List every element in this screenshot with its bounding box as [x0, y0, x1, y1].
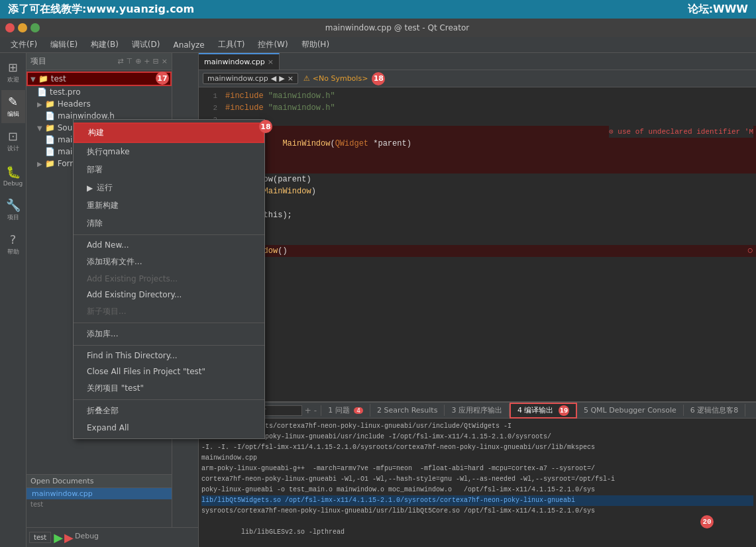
context-menu: 构建 18 执行qmake 部署 ▶ 运行 重新构建 清除 Add New...… — [73, 119, 265, 439]
menu-build[interactable]: 构建(B) — [85, 38, 124, 52]
editor-area[interactable]: 1 #include "mainwindow.h" 2 #include "ma… — [199, 87, 756, 401]
toolbar-nav-left[interactable]: ◀ — [271, 74, 276, 83]
output-line-5: arm-poky-linux-gnueabi-g++ -march=armv7v… — [201, 464, 753, 474]
code-line-9: 9 — [199, 221, 756, 233]
bottom-tab-appout[interactable]: 3 应用程序输出 — [445, 404, 510, 417]
sync-icon[interactable]: ⇄ — [117, 57, 123, 66]
menu-bar: 文件(F) 编辑(E) 构建(B) 调试(D) Analyze 工具(T) 控件… — [0, 37, 756, 53]
ctx-close-all[interactable]: Close All Files in Project "test" — [74, 364, 264, 379]
menu-file[interactable]: 文件(F) — [5, 38, 42, 52]
minimize-button[interactable] — [18, 23, 27, 32]
ctx-close-project[interactable]: 关闭项目 "test" — [74, 379, 264, 397]
stop-button[interactable]: ▶ — [64, 530, 74, 544]
warning-icon: ⚠ — [303, 74, 310, 83]
toolbar-nav-right[interactable]: ▶ — [279, 74, 284, 83]
ctx-sep-1 — [74, 234, 264, 235]
ctx-add-existing-projects: Add Existing Projects... — [74, 271, 264, 287]
bottom-tab-buildout[interactable]: 4 编译输出 19 — [510, 403, 577, 419]
ctx-sep-3 — [74, 345, 264, 346]
filter-icon[interactable]: ⊤ — [127, 57, 133, 66]
debug-controls: test ▶ ▶ Debug — [27, 527, 198, 547]
code-line-2: 2 #include "mainwindow.h" — [199, 102, 756, 114]
ctx-add-library[interactable]: 添加库... — [74, 325, 264, 343]
close-button[interactable] — [5, 23, 15, 32]
code-content: 1 #include "mainwindow.h" 2 #include "ma… — [199, 87, 756, 401]
sidebar-item-welcome[interactable]: ⊞ 欢迎 — [1, 56, 25, 89]
no-symbols-badge: ⚠ <No Symbols> — [303, 74, 368, 83]
run-controls: ▶ ▶ Debug — [54, 530, 99, 544]
ctx-find-in-dir[interactable]: Find in This Directory... — [74, 348, 264, 364]
split-icon[interactable]: ⊟ — [153, 57, 159, 66]
banner-left: 添了可在线教学:www.yuanzig.com — [8, 3, 194, 17]
folder-icon: 📁 — [38, 74, 48, 83]
ctx-expand[interactable]: Expand All — [74, 420, 264, 436]
menu-help[interactable]: 帮助(H) — [296, 38, 335, 52]
sidebar-item-debug[interactable]: 🐛 Debug — [1, 159, 25, 192]
run-button[interactable]: ▶ — [54, 530, 63, 544]
maximize-button[interactable] — [30, 23, 40, 32]
close-panel-icon[interactable]: × — [162, 57, 168, 66]
ctx-build[interactable]: 构建 — [74, 123, 264, 143]
editor-tab-mainwindow[interactable]: mainwindow.cpp × — [199, 53, 280, 70]
ctx-deploy[interactable]: 部署 — [74, 161, 264, 179]
open-doc-mainwindow[interactable]: mainwindow.cpp — [27, 488, 172, 499]
bottom-tab-issues[interactable]: 1 问题 4 — [321, 404, 370, 417]
sidebar-item-project[interactable]: 🔧 项目 — [1, 193, 25, 226]
sidebar-item-edit[interactable]: ✎ 编辑 — [1, 90, 25, 123]
collapse-arrow: ▼ — [30, 75, 36, 83]
toolbar-close[interactable]: × — [288, 74, 294, 83]
link-icon[interactable]: ⊕ — [135, 57, 141, 66]
remove-bottom-icon[interactable]: - — [314, 406, 317, 415]
tree-item-headers[interactable]: ▶ 📁 Headers — [27, 98, 172, 110]
ctx-clean[interactable]: 清除 — [74, 215, 264, 232]
folder-icon: 📁 — [45, 159, 55, 168]
sidebar-icons: ⊞ 欢迎 ✎ 编辑 ⊡ 设计 🐛 Debug 🔧 项目 ? 帮助 — [0, 53, 27, 547]
output-line-3: -I. -I. -I/opt/fsl-imx-x11/4.1.15-2.1.0/… — [201, 442, 753, 453]
window-title: mainwindow.cpp @ test - Qt Creator — [44, 23, 751, 32]
project-icon: 🔧 — [6, 198, 21, 212]
code-line-3: 3 — [199, 114, 756, 126]
badge-20: 20 — [700, 515, 714, 528]
menu-tools[interactable]: 工具(T) — [213, 38, 250, 52]
add-icon[interactable]: + — [144, 57, 150, 66]
project-header-icons: ⇄ ⊤ ⊕ + ⊟ × — [117, 57, 168, 66]
code-line-7: 7 — [199, 197, 756, 209]
sidebar-item-help[interactable]: ? 帮助 — [1, 228, 25, 261]
tree-item-label: test.pro — [50, 87, 81, 97]
run-submenu-arrow: ▶ — [87, 183, 93, 193]
ctx-add-new[interactable]: Add New... — [74, 237, 264, 253]
bottom-tab-qml[interactable]: 5 QML Debugger Console — [577, 405, 684, 416]
project-header: 项目 ⇄ ⊤ ⊕ + ⊟ × — [27, 53, 172, 70]
editor-toolbar: mainwindow.cpp ◀ ▶ × ⚠ <No Symbols> 18 — [199, 70, 756, 87]
bottom-tab-general[interactable]: 6 逻辑信息客8 — [684, 404, 746, 417]
help-icon: ? — [10, 232, 17, 246]
add-bottom-icon[interactable]: + — [305, 406, 311, 415]
ctx-run[interactable]: ▶ 运行 — [74, 179, 264, 197]
debug-label[interactable]: test — [29, 532, 51, 543]
ctx-qmake[interactable]: 执行qmake — [74, 143, 264, 161]
menu-debug[interactable]: 调试(D) — [127, 38, 166, 52]
menu-controls[interactable]: 控件(W) — [252, 38, 293, 52]
tree-item-testpro[interactable]: 📄 test.pro — [27, 86, 172, 98]
sidebar-item-design[interactable]: ⊡ 设计 — [1, 124, 25, 158]
bottom-tab-search[interactable]: 2 Search Results — [370, 405, 445, 416]
code-line-13: 13 i; — [199, 269, 756, 281]
output-line-2: cortexa7hf-neon-poky-linux-gnueabi/usr/i… — [201, 432, 753, 442]
menu-edit[interactable]: 编辑(E) — [45, 38, 83, 52]
menu-analyze[interactable]: Analyze — [168, 39, 209, 51]
badge-19: 19 — [559, 405, 569, 416]
tab-close-icon[interactable]: × — [268, 58, 274, 66]
debug-label2: Debug — [75, 532, 99, 544]
ctx-add-existing-files[interactable]: 添加现有文件... — [74, 253, 264, 271]
ctx-rebuild[interactable]: 重新构建 — [74, 197, 264, 215]
ctx-add-existing-dir[interactable]: Add Existing Directory... — [74, 287, 264, 303]
window-controls[interactable] — [5, 23, 40, 32]
tree-item-test[interactable]: ▼ 📁 test — [27, 72, 172, 86]
ctx-sep-4 — [74, 399, 264, 400]
help-label: 帮助 — [7, 248, 19, 256]
build-output: .15-2.1.0/sysroots/cortexa7hf-neon-poky-… — [199, 419, 756, 547]
output-line-9: sysroots/cortexa7hf-neon-poky-linux-gnue… — [201, 506, 753, 517]
ctx-collapse[interactable]: 折叠全部 — [74, 402, 264, 420]
open-documents-header: Open Documents — [27, 475, 172, 488]
issues-badge: 4 — [354, 407, 363, 414]
